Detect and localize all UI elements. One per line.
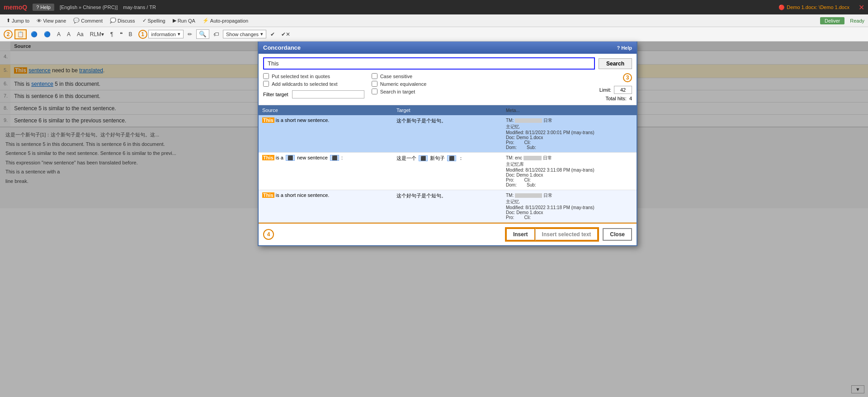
checkbox-numeric-equivalence[interactable] [372, 81, 377, 87]
result-row-2[interactable]: This is a ⬛ new sentence ⬛ : 这是一个 ⬛ 新句子 … [259, 153, 637, 190]
rlm-button[interactable]: RLM▾ [88, 30, 106, 39]
source-icon-button[interactable]: 📋 [14, 29, 27, 39]
concordance-overlay: Concordance ? Help Search Put selected t… [0, 42, 868, 397]
doc-1: Doc: Demo 1.docx [506, 135, 543, 140]
options-left: Put selected text in quotes Add wildcard… [263, 73, 364, 98]
bold-btn[interactable]: B [127, 30, 135, 39]
search-concordance-btn[interactable]: 🔍 [196, 29, 209, 39]
close-dialog-button[interactable]: Close [603, 228, 632, 241]
search-row: Search [263, 57, 632, 70]
dropdown-arrow: ▾ [178, 31, 180, 37]
callout-2: 2 [4, 30, 13, 39]
result-meta-1: TM: 日常 主记忆 Modified: 8/11/2022 3:00:01 P… [502, 115, 637, 153]
concordance-search-input[interactable] [263, 57, 595, 70]
modified-2: Modified: 8/11/2022 3:11:08 PM (may-tran… [506, 168, 594, 173]
checkbox-search-in-target[interactable] [372, 89, 377, 94]
menu-jump-label: Jump to [12, 18, 29, 23]
show-changes-label: Show changes [226, 32, 259, 37]
result-row-3[interactable]: This is a short nice sentence. 这个好句子是个短句… [259, 190, 637, 223]
result-target-3: 这个好句子是个短句。 [393, 190, 502, 223]
tm-detail-3: 主记忆 [506, 199, 519, 204]
search-button[interactable]: Search [599, 58, 632, 69]
menu-auto-propagation[interactable]: ⚡ Auto-propagation [200, 17, 251, 24]
status-ready: Ready [850, 18, 864, 23]
show-changes-dropdown[interactable]: Show changes ▾ [223, 30, 266, 38]
dialog-footer: 4 Insert Insert selected text Close [259, 223, 637, 245]
menu-auto-label: Auto-propagation [210, 18, 248, 23]
tm-detail-2: 主记忆库 [506, 162, 524, 167]
result-highlight-3: This [262, 192, 274, 198]
menu-spelling[interactable]: ✓ Spelling [140, 17, 168, 24]
toolbar-btn-3[interactable]: A [55, 30, 63, 39]
pro-cli-3: Pro: Cli: [506, 215, 531, 220]
help-button[interactable]: ? Help [33, 4, 54, 11]
result-source-text-3: is a short nice sentence. [276, 192, 330, 198]
tm-detail-1: 主记忆 [506, 124, 519, 129]
callout-3: 3 [623, 73, 632, 82]
menu-jump-to[interactable]: ⬆ Jump to [4, 17, 32, 24]
checkbox-case-sensitive[interactable] [372, 73, 377, 79]
options-right: Case sensitive Numeric equivalence Searc… [372, 73, 427, 94]
option-add-wildcards: Add wildcards to selected text [263, 81, 364, 87]
col-meta: Meta... [502, 105, 637, 115]
menu-bar: ⬆ Jump to 👁 View pane 💬 Comment 💭 Discus… [0, 14, 868, 27]
doc-2: Doc: Demo 1.docx [506, 173, 543, 177]
result-target-2: 这是一个 ⬛ 新句子 ⬛ ： [393, 153, 502, 190]
close-button[interactable]: ✕ [859, 3, 864, 12]
edit-tool-btn[interactable]: ✏ [185, 30, 194, 39]
information-dropdown[interactable]: information ▾ [148, 30, 184, 38]
results-area: Source Target Meta... This is a [259, 105, 637, 223]
title-bar: memoQ ? Help [English » Chinese (PRC)] m… [0, 0, 868, 14]
modified-1: Modified: 8/11/2022 3:00:01 PM (may-tran… [506, 130, 594, 135]
paragraph-btn[interactable]: ¶ [108, 30, 115, 39]
limit-area: 3 Limit: Total hits: 4 [599, 73, 632, 101]
insert-button[interactable]: Insert [506, 228, 535, 241]
result-row-1[interactable]: This is a short new sentence. 这个新句子是个短句。… [259, 115, 637, 153]
menu-view-pane[interactable]: 👁 View pane [34, 17, 69, 24]
result-source-3: This is a short nice sentence. [259, 190, 393, 223]
tm-label-3: TM: 日常 [506, 193, 552, 198]
menu-discuss-label: Discuss [118, 18, 135, 23]
results-table: Source Target Meta... This is a [259, 105, 637, 223]
doc-icon: 🔴 [778, 5, 785, 10]
result-source-text-2c: : [341, 155, 343, 160]
limit-input[interactable] [614, 86, 632, 94]
checkmark-x-btn[interactable]: ✔✕ [279, 30, 292, 39]
dialog-title: Concordance [263, 44, 301, 51]
limit-label: Limit: [599, 87, 611, 93]
quote-btn[interactable]: ❝ [118, 30, 125, 39]
menu-spelling-label: Spelling [148, 18, 165, 23]
toolbar-btn-2[interactable]: 🔵 [42, 30, 53, 39]
main-area: Source Target 4. be翻译 5. This sentence n… [0, 42, 868, 397]
checkbox-add-wildcards[interactable] [263, 81, 269, 87]
deliver-button[interactable]: Deliver [820, 17, 844, 24]
filter-target-input[interactable] [292, 90, 364, 98]
modified-3: Modified: 8/11/2022 3:11:18 PM (may-tran… [506, 205, 594, 210]
col-target: Target [393, 105, 502, 115]
jump-icon: ⬆ [6, 18, 10, 23]
tag-btn[interactable]: 🏷 [211, 30, 221, 39]
menu-discuss[interactable]: 💭 Discuss [107, 17, 138, 24]
result-source-text-2b: new sentence [297, 155, 329, 160]
toolbar-btn-4[interactable]: A [65, 30, 73, 39]
callout-1: 1 [138, 30, 147, 39]
total-hits-row: Total hits: 4 [605, 96, 632, 101]
result-meta-3: TM: 日常 主记忆 Modified: 8/11/2022 3:11:18 P… [502, 190, 637, 223]
results-header-row: Source Target Meta... [259, 105, 637, 115]
toolbar-btn-1[interactable]: 🔵 [28, 30, 40, 39]
col-source: Source [259, 105, 393, 115]
insert-selected-button[interactable]: Insert selected text [535, 228, 599, 241]
dialog-help[interactable]: ? Help [617, 45, 632, 51]
checkmark-btn[interactable]: ✔ [268, 30, 277, 39]
label-add-wildcards: Add wildcards to selected text [272, 81, 338, 87]
menu-comment[interactable]: 💬 Comment [71, 17, 105, 24]
toolbar-btn-5[interactable]: Aa [75, 30, 86, 39]
menu-run-qa[interactable]: ▶ Run QA [170, 17, 198, 24]
result-source-text-1: is a short new sentence. [276, 117, 330, 123]
checkbox-put-quotes[interactable] [263, 73, 269, 79]
doc-info: 🔴 Demo 1.docx: \Demo 1.docx [778, 5, 849, 10]
option-case-sensitive: Case sensitive [372, 73, 427, 79]
show-changes-arrow: ▾ [260, 31, 263, 37]
comment-icon: 💬 [73, 18, 80, 23]
language-pair: [English » Chinese (PRC)] [60, 5, 118, 10]
